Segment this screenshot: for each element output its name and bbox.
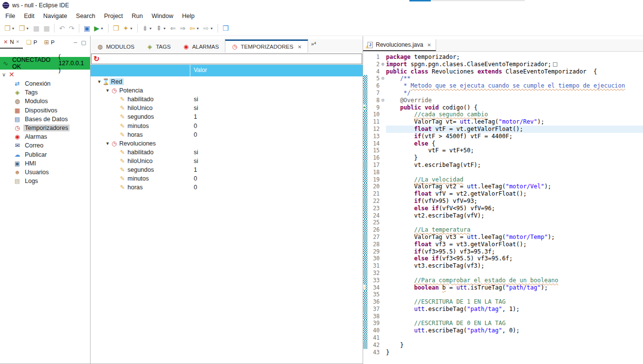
dropdown-arrow-icon[interactable]: ▼ bbox=[210, 27, 213, 30]
search-flashlight-button[interactable]: ✦▼ bbox=[121, 23, 134, 33]
tab-temporizadores[interactable]: ◷TEMPORIZADORES✕ bbox=[225, 39, 308, 53]
menu-run[interactable]: Run bbox=[128, 11, 147, 21]
line-number[interactable]: 14 bbox=[367, 140, 380, 147]
line-number[interactable]: 24 bbox=[367, 212, 380, 219]
folded-region-icon[interactable] bbox=[553, 62, 557, 67]
line-number[interactable]: 26 bbox=[367, 226, 380, 234]
code-text[interactable]: float vf3 = vt3.getValorFloat(); bbox=[386, 241, 643, 248]
line-number[interactable]: 10 bbox=[367, 111, 380, 118]
line-number[interactable]: 20 bbox=[367, 183, 380, 190]
code-text[interactable]: ValorTag vt3 = utt.leeTag("motor/Temp"); bbox=[386, 234, 643, 241]
line-number[interactable]: 17 bbox=[367, 162, 380, 169]
chevron-down-icon[interactable]: ▼ bbox=[105, 88, 110, 93]
code-text[interactable]: float vfV = vt2.getValorFloat(); bbox=[386, 190, 643, 198]
table-row-horas[interactable]: ✎horas0 bbox=[91, 130, 363, 139]
navigator-tab-p2[interactable]: ⊞ P bbox=[41, 36, 58, 49]
line-number[interactable]: 1 bbox=[367, 54, 380, 61]
code-text[interactable]: utt.escribeTag("path/tag", 0); bbox=[386, 327, 643, 334]
line-number[interactable]: 36 bbox=[367, 298, 380, 306]
code-text[interactable]: else if(vfV<95) vfV=96; bbox=[386, 205, 643, 212]
line-number[interactable]: 19 bbox=[367, 176, 380, 183]
back-history-button[interactable]: ⇦▼ bbox=[188, 23, 201, 33]
table-row-hilounico[interactable]: ✎hiloUnicosi bbox=[91, 104, 363, 112]
sidebar-item-publicar[interactable]: ☁Publicar bbox=[0, 150, 90, 159]
table-row-segundos[interactable]: ✎segundos1 bbox=[91, 112, 363, 121]
line-number[interactable]: 2 bbox=[367, 61, 380, 68]
menu-navigate[interactable]: Navigate bbox=[39, 11, 72, 21]
line-number[interactable]: 42 bbox=[367, 342, 380, 349]
code-text[interactable]: vt2.escribeTag(vfV); bbox=[386, 212, 643, 219]
sidebar-item-dispositivos[interactable]: ▦Dispositivos bbox=[0, 106, 90, 115]
code-text[interactable]: else if(vf3<95.5) vf3=95.6f; bbox=[386, 255, 643, 262]
save-all-button[interactable]: ▦ bbox=[42, 23, 51, 33]
run-button[interactable]: ▶▼ bbox=[92, 23, 105, 33]
navigator-tab-p1[interactable]: ❏ P bbox=[23, 36, 40, 49]
new-java-project-button[interactable]: ❒▼ bbox=[18, 23, 31, 33]
code-text[interactable]: } bbox=[386, 154, 643, 162]
fold-marker-icon[interactable]: ⊖ bbox=[380, 97, 386, 104]
line-number[interactable]: 8 bbox=[367, 97, 380, 104]
sidebar-item-logs[interactable]: ▤Logs bbox=[0, 177, 90, 185]
line-number[interactable]: 25 bbox=[367, 219, 380, 226]
code-text[interactable]: /** bbox=[386, 75, 643, 82]
line-number[interactable]: 29 bbox=[367, 248, 380, 255]
line-number[interactable]: 33 bbox=[367, 277, 380, 284]
code-text[interactable]: ValorTag vt2 = utt.leeTag("motor/Vel"); bbox=[386, 183, 643, 190]
table-row-red[interactable]: ▼⌛Red bbox=[91, 77, 363, 86]
line-number[interactable]: 12 bbox=[367, 126, 380, 133]
line-number[interactable]: 31 bbox=[367, 262, 380, 270]
forward-history-button[interactable]: ⇨▼ bbox=[202, 23, 215, 33]
sidebar-item-correo[interactable]: ✉Correo bbox=[0, 141, 90, 150]
line-number[interactable]: 15 bbox=[367, 147, 380, 154]
fold-marker-icon[interactable]: ⊖ bbox=[380, 75, 386, 82]
code-text[interactable]: //Para comprobar el estado de un boolean… bbox=[386, 277, 643, 284]
sidebar-item-modulos[interactable]: ◍Modulos bbox=[0, 97, 90, 106]
line-number[interactable]: 7 bbox=[367, 90, 380, 97]
menu-file[interactable]: File bbox=[1, 11, 19, 21]
code-text[interactable]: public void codigo() { bbox=[386, 104, 643, 111]
previous-annotation-button[interactable]: ⇞▼ bbox=[155, 23, 168, 33]
fold-marker-icon[interactable]: ⊕ bbox=[380, 61, 386, 68]
collapse-all-icon[interactable]: ∨ bbox=[2, 72, 6, 78]
table-row-hilounico[interactable]: ✎hiloUnicosi bbox=[91, 157, 363, 165]
table-row-minutos[interactable]: ✎minutos0 bbox=[91, 121, 363, 130]
line-number[interactable]: 27 bbox=[367, 234, 380, 241]
code-text[interactable]: } bbox=[386, 349, 643, 356]
row-value[interactable]: 1 bbox=[194, 113, 197, 120]
row-value[interactable]: 1 bbox=[194, 166, 197, 173]
delete-icon[interactable]: ✕ bbox=[9, 71, 15, 78]
line-number[interactable]: 22 bbox=[367, 198, 380, 205]
code-editor[interactable]: 1package temporizador;2⊕import spgn.pgn.… bbox=[363, 54, 643, 356]
code-text[interactable]: if(vf3>95.5) vf3=95.3f; bbox=[386, 248, 643, 255]
dropdown-arrow-icon[interactable]: ▼ bbox=[100, 27, 104, 30]
line-number[interactable]: 6 bbox=[367, 82, 380, 90]
code-text[interactable]: //ESCRITURA DE 0 EN LA TAG bbox=[386, 320, 643, 327]
menu-help[interactable]: Help bbox=[178, 11, 199, 21]
line-number[interactable]: 43 bbox=[367, 349, 380, 356]
table-row-revoluciones[interactable]: ▼◷Revoluciones bbox=[91, 139, 363, 148]
row-value[interactable]: 0 bbox=[194, 131, 197, 138]
save-button[interactable]: ▦ bbox=[32, 23, 41, 33]
menu-window[interactable]: Window bbox=[147, 11, 178, 21]
undo-button[interactable]: ↶ bbox=[57, 23, 66, 33]
code-text[interactable]: } bbox=[386, 342, 643, 349]
line-number[interactable]: 18 bbox=[367, 169, 380, 176]
dropdown-arrow-icon[interactable]: ▼ bbox=[26, 27, 29, 30]
console-button[interactable]: ▣ bbox=[82, 23, 92, 33]
code-text[interactable] bbox=[386, 334, 643, 342]
code-text[interactable]: public class Revoluciones extends ClaseE… bbox=[386, 68, 643, 75]
table-row-horas[interactable]: ✎horas0 bbox=[91, 183, 363, 192]
menu-project[interactable]: Project bbox=[100, 11, 128, 21]
line-number[interactable]: 16 bbox=[367, 154, 380, 162]
line-number[interactable]: 13 bbox=[367, 133, 380, 140]
sidebar-item-usuarios[interactable]: ☻Usuarios bbox=[0, 168, 90, 177]
line-number[interactable]: 35 bbox=[367, 291, 380, 298]
code-text[interactable]: //ESCRITURA DE 1 EN LA TAG bbox=[386, 298, 643, 306]
code-text[interactable]: boolean b = utt.isTrueTag("path/tag"); bbox=[386, 284, 643, 291]
line-number[interactable]: 4 bbox=[367, 68, 380, 75]
sidebar-item-hmi[interactable]: ▣HMI bbox=[0, 159, 90, 168]
code-text[interactable]: //La temperatura bbox=[386, 226, 643, 234]
refresh-icon[interactable]: ↻ bbox=[93, 55, 100, 63]
table-row-habilitado[interactable]: ✎habilitadosi bbox=[91, 95, 363, 104]
close-icon[interactable]: ✕ bbox=[16, 39, 20, 44]
